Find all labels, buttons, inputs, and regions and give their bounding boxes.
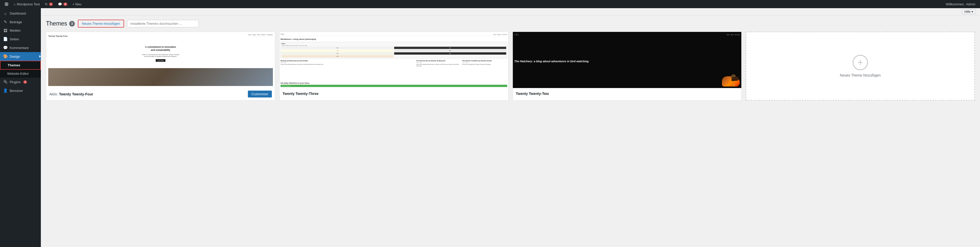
bird-illustration	[719, 73, 740, 87]
ttw-topbar: ○/○ AboutBirdsAll Posts	[514, 33, 740, 36]
ttf-sub-text: Studio is a pioneering firm that seamles…	[142, 54, 179, 58]
wp-logo[interactable]: ⊞	[2, 0, 11, 8]
design-arrow	[39, 55, 41, 58]
theme-footer-ttf: Aktiv: Twenty Twenty-Four Customizer	[46, 88, 275, 100]
ttt-styles-panel: Styles Choose a different style combinat…	[280, 42, 507, 59]
sidebar-item-medien[interactable]: 🖼 Medien	[0, 26, 41, 35]
updates-item[interactable]: ↻ 1	[42, 0, 56, 8]
add-theme-button[interactable]: Neues Theme hinzufügen	[78, 20, 124, 28]
theme-thumbnail-ttf: Twenty Twenty Four HomePagesPostsPattern…	[46, 32, 275, 88]
add-new-theme-card[interactable]: + Neues Theme hinzufügen	[746, 32, 975, 101]
sidebar-label-seiten: Seiten	[10, 37, 19, 41]
site-name-item[interactable]: ⌂ Wordpress Test	[11, 0, 42, 8]
ttf-btn: Learn More	[156, 59, 165, 62]
sidebar-item-themes[interactable]: Themes	[0, 61, 41, 70]
page-title-text: Themes	[46, 20, 67, 27]
page-header: Themes 3 Neues Theme hinzufügen	[46, 20, 975, 28]
content-area: Hilfe ▾ Themes 3 Neues Theme hinzufügen	[41, 8, 980, 247]
site-name: Wordpress Test	[17, 2, 40, 6]
theme-footer-ttw: Twenty Twenty-Two	[513, 88, 741, 99]
sidebar-item-seiten[interactable]: 📄 Seiten	[0, 35, 41, 43]
theme-card-twentytwentythree[interactable]: TTS AboutBooksAll Posts Mindblown: a blo…	[279, 32, 509, 101]
sidebar-item-benutzer[interactable]: 👤 Benutzer	[0, 86, 41, 95]
ttt-topbar: TTS AboutBooksAll Posts	[280, 33, 507, 36]
ttw-logo: ○/○	[514, 33, 519, 36]
sidebar-item-plugins[interactable]: 🔌 Plugins 1	[0, 78, 41, 86]
themes-count-badge: 3	[69, 21, 75, 27]
welcome-label: Willkommen,	[946, 2, 965, 6]
add-new-icon: +	[853, 55, 868, 70]
updates-icon: ↻	[45, 2, 48, 6]
ttf-nav: HomePagesPostsPatternsTemplates	[248, 34, 273, 37]
comments-badge: 0	[63, 3, 67, 6]
themes-grid: Twenty Twenty Four HomePagesPostsPattern…	[46, 32, 975, 101]
admin-bar: ⊞ ⌂ Wordpress Test ↻ 1 💬 0 + Neu Willkom…	[0, 0, 980, 8]
theme-name-text-ttf: Twenty Twenty-Four	[59, 92, 93, 96]
main-layout: ⌂ Dashboard ✎ Beiträge 🖼 Medien 📄 Seiten…	[0, 8, 980, 247]
ttt-body: Naming and Necessity by Saul Kripke Oct …	[280, 60, 507, 81]
sidebar-label-kommentare: Kommentare	[10, 46, 29, 50]
theme-name-ttw: Twenty Twenty-Two	[516, 92, 549, 96]
sidebar-label-dashboard: Dashboard	[10, 11, 26, 15]
plugins-icon: 🔌	[3, 80, 8, 84]
sidebar-item-beitraege[interactable]: ✎ Beiträge	[0, 17, 41, 26]
new-item[interactable]: + Neu	[70, 0, 84, 8]
ttt-logo: TTS	[280, 33, 284, 35]
help-label: Hilfe	[964, 10, 970, 14]
design-icon: 🎨	[3, 54, 8, 59]
page-title: Themes 3	[46, 20, 75, 27]
sidebar-label-benutzer: Benutzer	[10, 89, 23, 93]
updates-badge: 1	[49, 3, 53, 6]
sidebar-item-dashboard[interactable]: ⌂ Dashboard	[0, 9, 41, 17]
chevron-down-icon: ▾	[972, 10, 973, 14]
ttw-nav: AboutBirdsAll Posts	[727, 34, 740, 35]
welcome-item: Willkommen, Admin	[943, 0, 978, 8]
ttw-hero: The Hatchery: a blog about adventures in…	[514, 38, 740, 87]
sidebar: ⌂ Dashboard ✎ Beiträge 🖼 Medien 📄 Seiten…	[0, 8, 41, 247]
theme-card-twentytwentytwo[interactable]: ○/○ AboutBirdsAll Posts The Hatchery: a …	[512, 32, 742, 101]
add-new-label: Neues Theme hinzufügen	[840, 73, 881, 77]
new-label: + Neu	[73, 2, 81, 6]
design-submenu: Themes Website-Editor	[0, 61, 41, 78]
comments-item[interactable]: 💬 0	[56, 0, 70, 8]
help-bar: Hilfe ▾	[41, 8, 980, 16]
sidebar-item-design[interactable]: 🎨 Design	[0, 52, 41, 61]
help-button[interactable]: Hilfe ▾	[962, 9, 976, 14]
sidebar-item-kommentare[interactable]: 💬 Kommentare	[0, 43, 41, 52]
sidebar-label-design: Design	[10, 55, 20, 59]
theme-active-label: Aktiv:	[49, 92, 58, 96]
ttt-nav: AboutBooksAll Posts	[493, 34, 507, 35]
sidebar-label-themes: Themes	[8, 63, 20, 67]
seiten-icon: 📄	[3, 37, 8, 41]
theme-thumbnail-ttt: TTS AboutBooksAll Posts Mindblown: a blo…	[280, 32, 508, 88]
plugins-badge: 1	[23, 81, 27, 84]
home-icon: ⌂	[14, 2, 16, 6]
dashboard-icon: ⌂	[3, 11, 8, 16]
username-label: Admin	[966, 2, 975, 6]
sidebar-label-beitraege: Beiträge	[10, 20, 22, 24]
ttf-hero-text: A commitment to innovationand sustainabi…	[145, 46, 176, 52]
ttf-logo: Twenty Twenty Four	[48, 35, 68, 37]
theme-name-ttf: Aktiv: Twenty Twenty-Four	[49, 92, 93, 96]
comments-icon: 💬	[58, 2, 62, 6]
ttt-hero: Mindblown: a blog about philosophy.	[280, 38, 507, 40]
wp-icon: ⊞	[5, 1, 8, 7]
sidebar-label-website-editor: Website-Editor	[7, 72, 29, 76]
theme-card-twentytwentyfour[interactable]: Twenty Twenty Four HomePagesPostsPattern…	[46, 32, 275, 101]
sidebar-item-website-editor[interactable]: Website-Editor	[0, 70, 41, 78]
search-themes-input[interactable]	[127, 20, 199, 27]
plus-icon: +	[858, 57, 863, 68]
theme-name-ttt: Twenty Twenty-Three	[283, 92, 318, 96]
theme-footer-ttt: Twenty Twenty-Three	[280, 88, 508, 99]
theme-thumbnail-ttw: ○/○ AboutBirdsAll Posts The Hatchery: a …	[513, 32, 741, 88]
beitraege-icon: ✎	[3, 20, 8, 24]
sidebar-label-medien: Medien	[10, 28, 21, 32]
benutzer-icon: 👤	[3, 88, 8, 93]
page-content: Themes 3 Neues Theme hinzufügen Twenty T…	[41, 16, 980, 247]
sidebar-label-plugins: Plugins	[10, 80, 21, 84]
ttf-image	[48, 68, 273, 86]
customizer-button[interactable]: Customizer	[248, 90, 272, 98]
medien-icon: 🖼	[3, 28, 8, 33]
ttw-hero-text: The Hatchery: a blog about adventures in…	[514, 59, 740, 63]
kommentare-icon: 💬	[3, 46, 8, 50]
